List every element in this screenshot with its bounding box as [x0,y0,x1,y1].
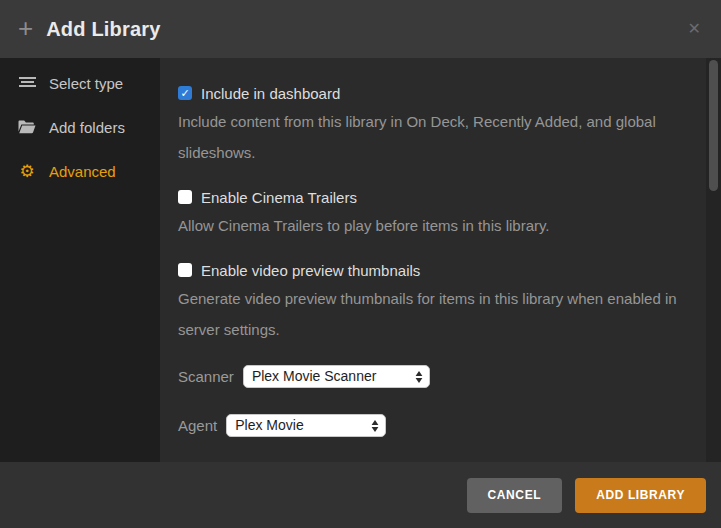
checkbox-label: Include in dashboard [201,85,340,102]
setting-description: Include content from this library in On … [178,106,691,168]
agent-select[interactable]: Plex Movie [226,414,386,437]
plus-icon: + [18,15,33,41]
setting-include-in-dashboard: Include in dashboard Include content fro… [178,84,691,168]
setting-description: Generate video preview thumbnails for it… [178,283,691,345]
setting-video-preview-thumbnails: Enable video preview thumbnails Generate… [178,261,691,345]
checkbox-label: Enable Cinema Trailers [201,189,357,206]
enable-cinema-trailers-checkbox[interactable] [178,190,192,204]
list-icon [18,75,36,91]
dialog-sidebar: Select type Add folders ⚙ Advanced [0,58,160,462]
close-icon[interactable]: ✕ [688,21,701,37]
agent-row: Agent Plex Movie [178,414,691,437]
dialog-header: + Add Library ✕ [0,0,721,58]
checkbox-label: Enable video preview thumbnails [201,262,420,279]
sidebar-item-label: Add folders [49,119,125,136]
scanner-select[interactable]: Plex Movie Scanner [243,365,430,388]
sidebar-item-label: Select type [49,75,123,92]
scrollbar-thumb[interactable] [709,60,718,191]
sidebar-item-label: Advanced [49,163,116,180]
scanner-label: Scanner [178,368,234,385]
sidebar-item-select-type[interactable]: Select type [0,61,160,105]
enable-video-preview-thumbnails-checkbox[interactable] [178,263,192,277]
agent-label: Agent [178,417,217,434]
dialog-title: Add Library [46,18,160,41]
add-library-dialog: + Add Library ✕ Select type Add fold [0,0,721,528]
scanner-row: Scanner Plex Movie Scanner [178,365,691,388]
scrollbar-track[interactable] [706,58,721,462]
sidebar-item-add-folders[interactable]: Add folders [0,105,160,149]
sidebar-item-advanced[interactable]: ⚙ Advanced [0,149,160,193]
setting-description: Allow Cinema Trailers to play before ite… [178,210,691,241]
advanced-settings-panel: Include in dashboard Include content fro… [160,58,721,462]
add-library-button[interactable]: ADD LIBRARY [575,478,706,513]
folder-icon [18,119,36,135]
gear-icon: ⚙ [18,163,36,179]
cancel-button[interactable]: CANCEL [467,478,563,513]
setting-cinema-trailers: Enable Cinema Trailers Allow Cinema Trai… [178,188,691,241]
include-in-dashboard-checkbox[interactable] [178,86,192,100]
dialog-footer: CANCEL ADD LIBRARY [0,462,721,528]
